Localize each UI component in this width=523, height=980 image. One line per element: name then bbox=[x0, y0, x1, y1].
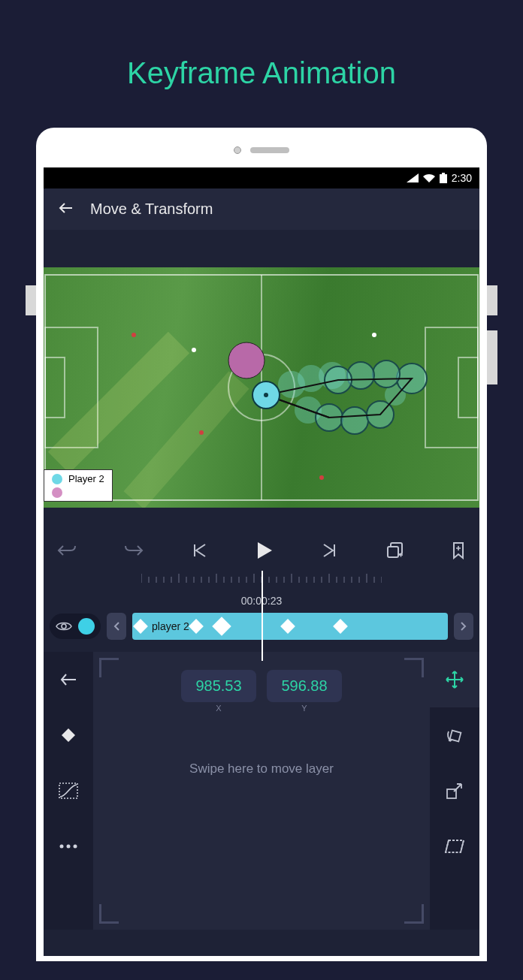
undo-button[interactable] bbox=[57, 543, 77, 558]
scale-tool-button[interactable] bbox=[430, 763, 479, 819]
svg-rect-7 bbox=[45, 357, 65, 418]
frame-corner-icon bbox=[99, 904, 119, 924]
svg-point-27 bbox=[319, 475, 324, 480]
svg-point-19 bbox=[373, 360, 400, 387]
svg-point-16 bbox=[367, 401, 394, 428]
app-header: Move & Transform bbox=[44, 188, 479, 230]
move-pad[interactable]: 985.53 X 596.88 Y Swipe here to move lay… bbox=[93, 652, 430, 930]
eye-icon bbox=[56, 620, 72, 632]
playback-controls bbox=[44, 530, 479, 571]
track-visibility-toggle[interactable] bbox=[50, 614, 101, 639]
right-tool-column bbox=[430, 652, 479, 930]
svg-rect-8 bbox=[458, 357, 478, 418]
keyframe-marker[interactable] bbox=[280, 619, 295, 634]
svg-rect-2 bbox=[45, 275, 478, 500]
chevron-right-icon bbox=[460, 621, 467, 632]
svg-point-11 bbox=[298, 365, 325, 392]
easing-tool-button[interactable] bbox=[44, 763, 93, 819]
keyframe-marker[interactable] bbox=[333, 619, 348, 634]
left-tool-column bbox=[44, 652, 93, 930]
keyframe-tool-button[interactable] bbox=[44, 707, 93, 763]
wifi-icon bbox=[423, 173, 435, 182]
svg-point-67 bbox=[74, 845, 77, 849]
legend-label: Player 2 bbox=[68, 473, 104, 484]
legend: Player 2 bbox=[44, 469, 113, 502]
svg-point-12 bbox=[319, 362, 346, 389]
legend-color-icon bbox=[52, 474, 62, 484]
rotate-icon bbox=[445, 725, 464, 745]
frame-corner-icon bbox=[404, 658, 424, 677]
camera-icon bbox=[234, 146, 241, 154]
undo-icon bbox=[57, 543, 77, 558]
x-axis-label: X bbox=[181, 704, 256, 713]
svg-point-65 bbox=[60, 845, 64, 849]
canvas-preview[interactable]: Player 2 bbox=[44, 267, 479, 508]
transform-panel: 985.53 X 596.88 Y Swipe here to move lay… bbox=[44, 652, 479, 930]
redo-button[interactable] bbox=[124, 543, 144, 558]
legend-item bbox=[52, 487, 104, 498]
svg-point-15 bbox=[341, 407, 368, 434]
clip-label: player 2 bbox=[152, 620, 189, 632]
svg-point-17 bbox=[385, 384, 406, 406]
bookmark-add-button[interactable] bbox=[451, 541, 466, 559]
svg-point-63 bbox=[62, 624, 66, 629]
svg-point-24 bbox=[132, 333, 136, 337]
skip-end-icon bbox=[321, 542, 337, 559]
skip-start-icon bbox=[192, 542, 208, 559]
svg-point-23 bbox=[264, 393, 268, 397]
prev-keyframe-button[interactable] bbox=[107, 613, 126, 640]
back-button[interactable] bbox=[57, 199, 75, 219]
playhead[interactable] bbox=[262, 571, 263, 661]
skip-end-button[interactable] bbox=[321, 542, 337, 559]
layers-plus-icon bbox=[385, 541, 404, 559]
timeline-clip[interactable]: player 2 bbox=[132, 613, 448, 640]
redo-icon bbox=[124, 543, 144, 558]
promo-title: Keyframe Animation bbox=[0, 0, 523, 128]
svg-rect-5 bbox=[45, 327, 98, 448]
svg-point-66 bbox=[67, 845, 71, 849]
svg-rect-6 bbox=[425, 327, 478, 448]
y-value-input[interactable]: 596.88 bbox=[267, 670, 342, 702]
svg-rect-29 bbox=[388, 547, 398, 557]
play-button[interactable] bbox=[255, 541, 274, 560]
svg-point-28 bbox=[372, 333, 376, 337]
panel-back-button[interactable] bbox=[44, 652, 93, 707]
tablet-hardware bbox=[44, 143, 479, 167]
svg-point-13 bbox=[295, 397, 322, 424]
skew-tool-button[interactable] bbox=[430, 819, 479, 874]
device-screen: 2:30 Move & Transform bbox=[44, 167, 479, 956]
track-color-chip[interactable] bbox=[78, 618, 95, 635]
svg-rect-1 bbox=[442, 173, 445, 174]
keyframe-marker[interactable] bbox=[212, 617, 231, 635]
duplicate-button[interactable] bbox=[385, 541, 404, 559]
svg-rect-0 bbox=[440, 174, 447, 183]
legend-item: Player 2 bbox=[52, 473, 104, 484]
arrow-left-icon bbox=[57, 199, 75, 217]
keyframe-marker[interactable] bbox=[189, 619, 204, 634]
status-bar: 2:30 bbox=[44, 167, 479, 188]
curve-icon bbox=[59, 782, 78, 799]
move-tool-button[interactable] bbox=[430, 652, 479, 707]
scale-icon bbox=[445, 781, 464, 801]
timeline-ruler[interactable] bbox=[44, 571, 479, 592]
legend-color-icon bbox=[52, 487, 62, 498]
more-tool-button[interactable] bbox=[44, 819, 93, 874]
x-value-input[interactable]: 985.53 bbox=[181, 670, 256, 702]
keyframe-marker[interactable] bbox=[133, 619, 148, 634]
svg-point-20 bbox=[347, 362, 374, 389]
rotate-tool-button[interactable] bbox=[430, 707, 479, 763]
svg-point-21 bbox=[325, 366, 352, 394]
y-axis-label: Y bbox=[267, 704, 342, 713]
play-icon bbox=[255, 541, 274, 560]
diamond-icon bbox=[61, 728, 76, 743]
svg-point-22 bbox=[252, 381, 280, 409]
arrow-left-icon bbox=[59, 672, 77, 687]
svg-point-9 bbox=[228, 342, 265, 378]
swipe-hint: Swipe here to move layer bbox=[189, 761, 334, 776]
next-keyframe-button[interactable] bbox=[454, 613, 473, 640]
dots-horizontal-icon bbox=[59, 844, 77, 849]
frame-corner-icon bbox=[404, 904, 424, 924]
svg-point-26 bbox=[199, 430, 204, 435]
skip-start-button[interactable] bbox=[192, 542, 208, 559]
page-title: Move & Transform bbox=[90, 201, 213, 218]
